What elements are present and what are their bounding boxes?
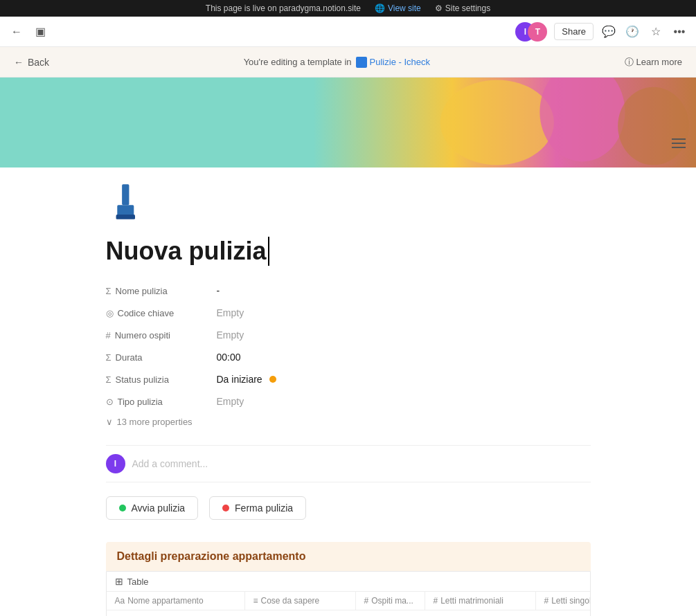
hash-icon-2: #: [364, 596, 369, 606]
editing-text: You're editing a template in: [244, 57, 352, 67]
col-ospiti-ma: # Ospiti ma...: [356, 592, 425, 610]
table-label: Table: [127, 577, 149, 587]
nome-pulizia-value[interactable]: -: [217, 285, 220, 296]
site-settings-link[interactable]: Site settings: [445, 3, 490, 13]
site-live-text: This page is live on paradygma.notion.si…: [206, 3, 361, 13]
property-name-label: Σ Nome pulizia: [106, 286, 217, 296]
col-letti-singoli: # Letti singoli: [536, 592, 591, 610]
table-headers: Aa Nome appartamento ≡ Cose da sapere # …: [107, 592, 590, 610]
sigma-icon-1: Σ: [106, 286, 111, 296]
share-button[interactable]: Share: [554, 23, 594, 40]
page-title[interactable]: Nuova pulizia: [106, 237, 269, 266]
action-buttons: Avvia pulizia Ferma pulizia: [106, 496, 591, 520]
property-name-label: ◎ Codice chiave: [106, 308, 217, 318]
template-name: Pulizie - Icheck: [370, 57, 430, 67]
sigma-icon-2: Σ: [106, 352, 111, 363]
page-title-area: Nuova pulizia: [106, 237, 591, 280]
settings-icon: ⚙: [435, 3, 443, 13]
section-header: Dettagli preparazione appartamento: [106, 542, 591, 571]
more-properties-label: 13 more properties: [117, 417, 193, 427]
learn-more-link[interactable]: ⓘ Learn more: [625, 56, 682, 69]
hash-icon-1: #: [106, 330, 111, 341]
tipo-pulizia-value[interactable]: Empty: [217, 396, 244, 407]
layout-icon[interactable]: ▣: [32, 24, 48, 40]
property-durata: Σ Durata 00:00: [106, 346, 591, 368]
col-cose-da-sapere: ≡ Cose da sapere: [245, 592, 356, 610]
tipo-pulizia-label: Tipo pulizia: [118, 397, 163, 407]
comment-icon[interactable]: 💬: [600, 24, 617, 40]
status-pulizia-value[interactable]: Da iniziare: [217, 374, 276, 385]
template-link[interactable]: Pulizie - Icheck: [356, 57, 430, 68]
col-nome-appartamento: Aa Nome appartamento: [107, 592, 245, 610]
durata-value[interactable]: 00:00: [217, 352, 241, 363]
status-dot-yellow: [269, 376, 276, 383]
property-name-label: Σ Status pulizia: [106, 374, 217, 385]
property-name-label: Σ Durata: [106, 352, 217, 363]
status-pulizia-label: Status pulizia: [116, 374, 169, 385]
view-site-link[interactable]: View site: [388, 3, 421, 13]
template-bar-center: You're editing a template in Pulizie - I…: [244, 57, 430, 68]
toolbar-left: ← ▣: [8, 24, 48, 40]
back-button[interactable]: ← Back: [14, 57, 49, 68]
hero-image: [0, 78, 696, 167]
numero-ospiti-value[interactable]: Empty: [217, 329, 244, 341]
content-area: Nuova pulizia Σ Nome pulizia - ◎ Codice …: [0, 78, 696, 616]
properties-section: Σ Nome pulizia - ◎ Codice chiave Empty: [106, 280, 591, 431]
circle-icon: ⊙: [106, 397, 114, 407]
table-toolbar: ⊞ Table: [107, 572, 590, 592]
nome-pulizia-label: Nome pulizia: [116, 286, 168, 296]
comment-input[interactable]: Add a comment...: [132, 458, 208, 469]
indicator-1: [672, 138, 686, 140]
favorite-icon[interactable]: ☆: [648, 24, 664, 40]
ferma-pulizia-button[interactable]: Ferma pulizia: [209, 496, 306, 520]
numero-ospiti-label: Numero ospiti: [115, 330, 170, 341]
col-letti-matrimoniali: # Letti matrimoniali: [425, 592, 536, 610]
more-properties-toggle[interactable]: ∨ 13 more properties: [106, 413, 591, 431]
toolbar-right: I T Share 💬 🕐 ☆ •••: [515, 22, 688, 42]
template-bar: ← Back You're editing a template in Puli…: [0, 47, 696, 78]
history-icon[interactable]: 🕐: [624, 24, 641, 40]
svg-point-1: [440, 80, 554, 165]
info-icon: ⓘ: [625, 56, 634, 69]
svg-rect-6: [116, 215, 134, 219]
list-icon: ≡: [253, 596, 258, 606]
globe-icon: 🌐: [375, 3, 385, 13]
avatar-group: I T: [515, 22, 547, 42]
ferma-label: Ferma pulizia: [235, 502, 293, 514]
red-dot-icon: [222, 505, 229, 511]
table-grid-icon: ⊞: [115, 576, 123, 587]
property-numero-ospiti: # Numero ospiti Empty: [106, 324, 591, 346]
back-label: Back: [28, 57, 49, 68]
comment-area: I Add a comment...: [106, 445, 591, 482]
chevron-down-icon: ∨: [106, 417, 113, 427]
avvia-label: Avvia pulizia: [132, 502, 186, 514]
indicator-3: [672, 147, 686, 148]
sigma-icon-3: Σ: [106, 374, 111, 385]
aa-icon: Aa: [115, 596, 125, 606]
property-codice-chiave: ◎ Codice chiave Empty: [106, 302, 591, 324]
template-icon-glyph: [356, 57, 367, 68]
learn-more-label: Learn more: [636, 57, 682, 67]
property-name-label: ⊙ Tipo pulizia: [106, 397, 217, 407]
page-icon: [106, 181, 591, 231]
property-nome-pulizia: Σ Nome pulizia -: [106, 280, 591, 302]
top-status-bar: This page is live on paradygma.notion.si…: [0, 0, 696, 17]
indicator-2: [672, 143, 686, 144]
svg-point-3: [618, 87, 689, 165]
property-name-label: # Numero ospiti: [106, 330, 217, 341]
avvia-pulizia-button[interactable]: Avvia pulizia: [106, 496, 199, 520]
hash-icon-4: #: [544, 596, 549, 606]
property-status-pulizia: Σ Status pulizia Da iniziare: [106, 368, 591, 390]
search-icon: ◎: [106, 308, 114, 318]
notion-toolbar: ← ▣ I T Share 💬 🕐 ☆ •••: [0, 17, 696, 47]
codice-chiave-value[interactable]: Empty: [217, 307, 244, 318]
codice-chiave-label: Codice chiave: [118, 308, 175, 318]
back-nav-icon[interactable]: ←: [8, 24, 25, 40]
hero-svg: [0, 78, 696, 167]
back-arrow-icon: ←: [14, 57, 24, 68]
broom-svg: [106, 181, 148, 223]
table-empty-row[interactable]: No filter results. Click to add a row.: [107, 610, 590, 616]
more-icon[interactable]: •••: [671, 24, 688, 40]
avatar-t: T: [528, 22, 547, 42]
hash-icon-3: #: [434, 596, 438, 606]
